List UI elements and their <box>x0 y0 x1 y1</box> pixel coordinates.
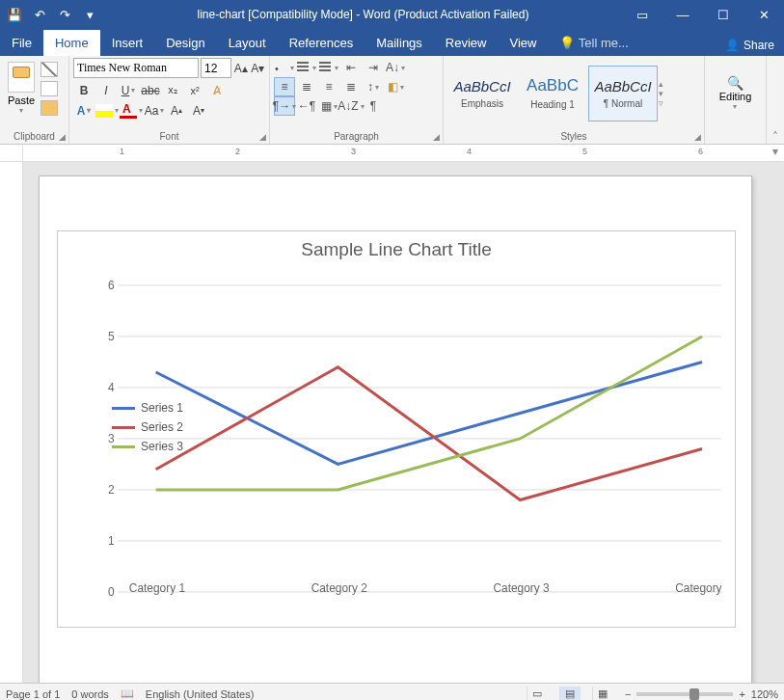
maximize-icon[interactable]: ☐ <box>703 0 743 29</box>
text-effects-icon[interactable]: A <box>73 100 95 121</box>
font-launcher-icon[interactable]: ◢ <box>259 132 266 142</box>
tab-view[interactable]: View <box>498 30 548 56</box>
zoom-control: − + 120% <box>625 688 778 700</box>
svg-text:Category 4: Category 4 <box>675 581 721 595</box>
shrink-font2-icon[interactable]: A▾ <box>188 100 209 121</box>
ltr-button[interactable]: ¶→ <box>274 96 295 116</box>
tab-design[interactable]: Design <box>154 30 216 56</box>
paste-label: Paste <box>8 94 35 106</box>
italic-button[interactable]: I <box>95 80 117 100</box>
style-name: Emphasis <box>461 98 503 109</box>
document-area: Sample Line Chart Title 0123456Category … <box>0 162 784 683</box>
share-button[interactable]: 👤 Share <box>716 35 784 56</box>
window-controls: ▭ — ☐ ✕ <box>622 0 784 29</box>
tab-file[interactable]: File <box>0 30 43 56</box>
tab-references[interactable]: References <box>278 30 365 56</box>
subscript-button[interactable]: x₂ <box>162 80 183 100</box>
zoom-level[interactable]: 120% <box>751 688 778 700</box>
tab-mailings[interactable]: Mailings <box>365 30 434 56</box>
styles-more-button[interactable]: ▴▾▿ <box>659 79 674 108</box>
document-scroll[interactable]: Sample Line Chart Title 0123456Category … <box>23 162 784 683</box>
line-spacing-icon[interactable]: ↕ <box>363 77 384 96</box>
chart-object[interactable]: Sample Line Chart Title 0123456Category … <box>57 230 736 628</box>
horizontal-ruler[interactable]: 1 2 3 4 5 6 <box>23 145 767 161</box>
close-icon[interactable]: ✕ <box>743 0 784 29</box>
bold-button[interactable]: B <box>73 80 95 100</box>
save-icon[interactable]: 💾 <box>6 6 23 23</box>
redo-icon[interactable]: ↷ <box>56 6 73 23</box>
borders-icon[interactable]: ▦ <box>318 96 339 116</box>
tab-layout[interactable]: Layout <box>217 30 278 56</box>
tab-review[interactable]: Review <box>434 30 499 56</box>
tell-me[interactable]: 💡 Tell me... <box>548 30 639 56</box>
svg-text:6: 6 <box>108 279 115 292</box>
zoom-in-icon[interactable]: + <box>739 688 744 700</box>
paragraph-launcher-icon[interactable]: ◢ <box>433 132 440 142</box>
ribbon-options-icon[interactable]: ▭ <box>622 0 662 29</box>
ribbon: Paste ▾ Clipboard◢ A▴ A▾ B I U abc <box>0 56 784 145</box>
zoom-out-icon[interactable]: − <box>625 688 631 700</box>
undo-icon[interactable]: ↶ <box>31 6 48 23</box>
tab-insert[interactable]: Insert <box>100 30 155 56</box>
svg-text:2: 2 <box>108 483 115 497</box>
qat-customize-icon[interactable]: ▾ <box>81 6 98 23</box>
clear-format-icon[interactable]: A̷ <box>206 80 228 100</box>
cut-icon[interactable] <box>41 62 58 77</box>
ruler-toggle-icon[interactable]: ▾ <box>767 145 784 161</box>
sort-icon[interactable]: A↓ <box>385 58 406 77</box>
style-emphasis[interactable]: AaBbCcI Emphasis <box>447 66 517 121</box>
svg-text:Category 3: Category 3 <box>493 581 550 595</box>
numbering-button[interactable] <box>296 58 317 77</box>
sort2-icon[interactable]: A↓Z <box>340 96 362 116</box>
zoom-slider[interactable] <box>636 692 733 696</box>
justify-icon[interactable]: ≣ <box>340 77 362 96</box>
align-left-icon[interactable]: ≡ <box>274 77 295 96</box>
read-mode-icon[interactable]: ▭ <box>527 687 548 701</box>
tell-me-label: Tell me... <box>579 36 629 50</box>
highlight-button[interactable] <box>95 100 119 121</box>
collapse-ribbon-icon[interactable]: ˄ <box>767 56 784 144</box>
style-normal[interactable]: AaBbCcI ¶ Normal <box>588 66 658 121</box>
group-editing[interactable]: 🔍 Editing ▾ <box>705 56 767 144</box>
vertical-ruler[interactable] <box>0 162 23 683</box>
web-layout-icon[interactable]: ▦ <box>592 687 613 701</box>
group-label-clipboard: Clipboard◢ <box>0 130 68 144</box>
superscript-button[interactable]: x² <box>184 80 205 100</box>
rtl-button[interactable]: ←¶ <box>296 96 317 116</box>
format-painter-icon[interactable] <box>41 100 58 116</box>
styles-launcher-icon[interactable]: ◢ <box>694 132 701 142</box>
style-heading1[interactable]: AaBbC Heading 1 <box>518 66 587 121</box>
shrink-font-icon[interactable]: A▾ <box>251 59 266 78</box>
decrease-indent-icon[interactable]: ⇤ <box>340 58 362 77</box>
quick-access-toolbar: 💾 ↶ ↷ ▾ <box>0 6 104 23</box>
bullets-button[interactable] <box>274 58 295 77</box>
align-center-icon[interactable]: ≣ <box>296 77 317 96</box>
grow-font-icon[interactable]: A▴ <box>233 59 249 78</box>
font-name-input[interactable] <box>73 58 199 78</box>
multilevel-button[interactable] <box>318 58 339 77</box>
style-name: ¶ Normal <box>604 98 642 109</box>
underline-button[interactable]: U <box>118 80 139 100</box>
status-language[interactable]: English (United States) <box>146 688 255 700</box>
status-page[interactable]: Page 1 of 1 <box>6 688 60 700</box>
style-sample: AaBbCcI <box>453 78 510 94</box>
show-marks-icon[interactable]: ¶ <box>363 96 384 116</box>
status-words[interactable]: 0 words <box>71 688 109 700</box>
change-case-button[interactable]: Aa <box>144 100 165 121</box>
spellcheck-icon[interactable]: 📖 <box>121 687 134 700</box>
strike-button[interactable]: abc <box>140 80 161 100</box>
increase-indent-icon[interactable]: ⇥ <box>363 58 384 77</box>
font-color-button[interactable] <box>120 100 143 121</box>
tab-home[interactable]: Home <box>43 30 100 56</box>
paste-button[interactable]: Paste ▾ <box>4 58 39 115</box>
clipboard-launcher-icon[interactable]: ◢ <box>59 132 66 142</box>
svg-text:0: 0 <box>108 585 115 599</box>
minimize-icon[interactable]: — <box>662 0 703 29</box>
font-size-input[interactable] <box>201 58 231 78</box>
grow-font2-icon[interactable]: A▴ <box>166 100 187 121</box>
align-right-icon[interactable]: ≡ <box>318 77 339 96</box>
copy-icon[interactable] <box>41 81 58 96</box>
shading-icon[interactable]: ◧ <box>385 77 406 96</box>
chart-title: Sample Line Chart Title <box>58 231 735 264</box>
print-layout-icon[interactable]: ▤ <box>559 687 581 701</box>
